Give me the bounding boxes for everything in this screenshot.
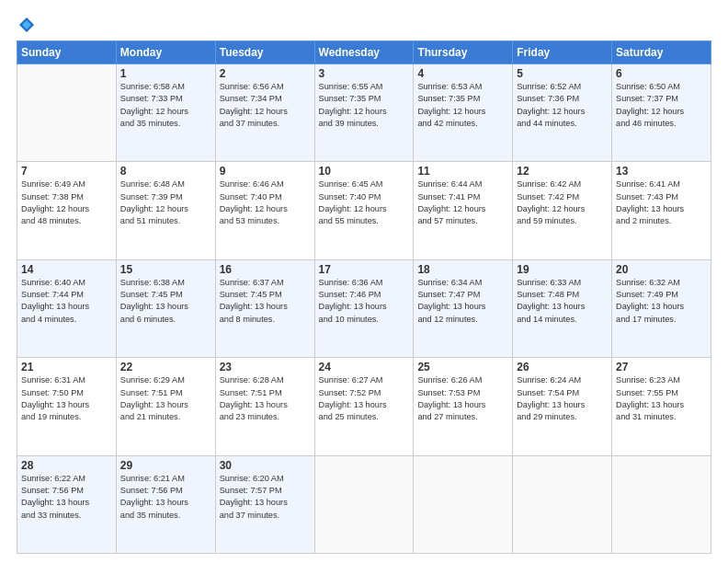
day-number: 18 xyxy=(417,263,508,276)
calendar-cell: 12Sunrise: 6:42 AMSunset: 7:42 PMDayligh… xyxy=(513,162,612,259)
day-number: 8 xyxy=(120,165,211,178)
calendar-cell: 2Sunrise: 6:56 AMSunset: 7:34 PMDaylight… xyxy=(215,64,314,162)
calendar-cell: 28Sunrise: 6:22 AMSunset: 7:56 PMDayligh… xyxy=(17,455,117,553)
calendar-cell: 8Sunrise: 6:48 AMSunset: 7:39 PMDaylight… xyxy=(116,162,215,259)
calendar-cell: 15Sunrise: 6:38 AMSunset: 7:45 PMDayligh… xyxy=(116,259,215,357)
calendar-cell: 20Sunrise: 6:32 AMSunset: 7:49 PMDayligh… xyxy=(612,259,711,357)
calendar-week-row: 1Sunrise: 6:58 AMSunset: 7:33 PMDaylight… xyxy=(17,64,711,162)
day-info: Sunrise: 6:32 AMSunset: 7:49 PMDaylight:… xyxy=(616,277,707,326)
calendar-cell: 11Sunrise: 6:44 AMSunset: 7:41 PMDayligh… xyxy=(414,162,513,259)
logo xyxy=(17,17,37,33)
day-number: 25 xyxy=(417,361,508,373)
day-number: 7 xyxy=(21,165,112,178)
day-info: Sunrise: 6:27 AMSunset: 7:52 PMDaylight:… xyxy=(319,374,410,423)
day-number: 23 xyxy=(220,361,311,373)
day-info: Sunrise: 6:55 AMSunset: 7:35 PMDaylight:… xyxy=(319,81,410,130)
calendar-cell: 21Sunrise: 6:31 AMSunset: 7:50 PMDayligh… xyxy=(17,358,117,455)
day-info: Sunrise: 6:33 AMSunset: 7:48 PMDaylight:… xyxy=(517,277,608,326)
calendar-week-row: 28Sunrise: 6:22 AMSunset: 7:56 PMDayligh… xyxy=(17,455,711,553)
calendar-cell: 1Sunrise: 6:58 AMSunset: 7:33 PMDaylight… xyxy=(116,64,215,162)
calendar-cell: 29Sunrise: 6:21 AMSunset: 7:56 PMDayligh… xyxy=(116,455,215,553)
day-info: Sunrise: 6:21 AMSunset: 7:56 PMDaylight:… xyxy=(120,473,211,522)
day-number: 2 xyxy=(220,67,311,80)
calendar-cell: 16Sunrise: 6:37 AMSunset: 7:45 PMDayligh… xyxy=(215,259,314,357)
day-info: Sunrise: 6:36 AMSunset: 7:46 PMDaylight:… xyxy=(319,277,410,326)
calendar-cell xyxy=(414,455,513,553)
day-number: 5 xyxy=(517,67,608,80)
day-info: Sunrise: 6:45 AMSunset: 7:40 PMDaylight:… xyxy=(319,178,410,227)
calendar-cell: 24Sunrise: 6:27 AMSunset: 7:52 PMDayligh… xyxy=(314,358,414,455)
day-number: 28 xyxy=(21,459,112,472)
calendar-cell: 17Sunrise: 6:36 AMSunset: 7:46 PMDayligh… xyxy=(314,259,414,357)
day-info: Sunrise: 6:50 AMSunset: 7:37 PMDaylight:… xyxy=(616,81,707,130)
day-number: 21 xyxy=(21,361,112,373)
header xyxy=(17,17,711,33)
day-info: Sunrise: 6:44 AMSunset: 7:41 PMDaylight:… xyxy=(417,178,508,227)
day-number: 14 xyxy=(21,263,112,276)
day-info: Sunrise: 6:48 AMSunset: 7:39 PMDaylight:… xyxy=(120,178,211,227)
calendar-cell: 18Sunrise: 6:34 AMSunset: 7:47 PMDayligh… xyxy=(414,259,513,357)
calendar-cell: 27Sunrise: 6:23 AMSunset: 7:55 PMDayligh… xyxy=(612,358,711,455)
day-number: 16 xyxy=(220,263,311,276)
day-info: Sunrise: 6:34 AMSunset: 7:47 PMDaylight:… xyxy=(417,277,508,326)
day-number: 17 xyxy=(319,263,410,276)
calendar-cell: 22Sunrise: 6:29 AMSunset: 7:51 PMDayligh… xyxy=(116,358,215,455)
day-number: 19 xyxy=(517,263,608,276)
calendar-cell: 6Sunrise: 6:50 AMSunset: 7:37 PMDaylight… xyxy=(612,64,711,162)
day-number: 15 xyxy=(120,263,211,276)
calendar-cell: 9Sunrise: 6:46 AMSunset: 7:40 PMDaylight… xyxy=(215,162,314,259)
calendar-cell: 7Sunrise: 6:49 AMSunset: 7:38 PMDaylight… xyxy=(17,162,117,259)
day-number: 26 xyxy=(517,361,608,373)
calendar-cell xyxy=(513,455,612,553)
calendar-table: SundayMondayTuesdayWednesdayThursdayFrid… xyxy=(17,40,711,554)
day-number: 30 xyxy=(220,459,311,472)
logo-icon xyxy=(18,17,35,33)
day-number: 20 xyxy=(616,263,707,276)
day-info: Sunrise: 6:31 AMSunset: 7:50 PMDaylight:… xyxy=(21,374,112,423)
calendar-body: 1Sunrise: 6:58 AMSunset: 7:33 PMDaylight… xyxy=(17,64,711,554)
day-number: 29 xyxy=(120,459,211,472)
day-number: 3 xyxy=(319,67,410,80)
day-number: 24 xyxy=(319,361,410,373)
day-info: Sunrise: 6:53 AMSunset: 7:35 PMDaylight:… xyxy=(417,81,508,130)
calendar-week-row: 7Sunrise: 6:49 AMSunset: 7:38 PMDaylight… xyxy=(17,162,711,259)
calendar-cell: 26Sunrise: 6:24 AMSunset: 7:54 PMDayligh… xyxy=(513,358,612,455)
day-number: 27 xyxy=(616,361,707,373)
calendar-cell xyxy=(314,455,414,553)
calendar-cell: 23Sunrise: 6:28 AMSunset: 7:51 PMDayligh… xyxy=(215,358,314,455)
page: SundayMondayTuesdayWednesdayThursdayFrid… xyxy=(0,0,728,563)
calendar-cell: 14Sunrise: 6:40 AMSunset: 7:44 PMDayligh… xyxy=(17,259,117,357)
day-info: Sunrise: 6:37 AMSunset: 7:45 PMDaylight:… xyxy=(220,277,311,326)
day-info: Sunrise: 6:24 AMSunset: 7:54 PMDaylight:… xyxy=(517,374,608,423)
dow-header-thursday: Thursday xyxy=(414,41,513,64)
dow-header-saturday: Saturday xyxy=(612,41,711,64)
dow-header-sunday: Sunday xyxy=(17,41,117,64)
calendar-cell: 4Sunrise: 6:53 AMSunset: 7:35 PMDaylight… xyxy=(414,64,513,162)
calendar-week-row: 21Sunrise: 6:31 AMSunset: 7:50 PMDayligh… xyxy=(17,358,711,455)
dow-header-friday: Friday xyxy=(513,41,612,64)
day-info: Sunrise: 6:58 AMSunset: 7:33 PMDaylight:… xyxy=(120,81,211,130)
day-info: Sunrise: 6:52 AMSunset: 7:36 PMDaylight:… xyxy=(517,81,608,130)
day-info: Sunrise: 6:42 AMSunset: 7:42 PMDaylight:… xyxy=(517,178,608,227)
dow-header-tuesday: Tuesday xyxy=(215,41,314,64)
day-info: Sunrise: 6:20 AMSunset: 7:57 PMDaylight:… xyxy=(220,473,311,522)
day-info: Sunrise: 6:28 AMSunset: 7:51 PMDaylight:… xyxy=(220,374,311,423)
dow-header-wednesday: Wednesday xyxy=(314,41,414,64)
day-of-week-row: SundayMondayTuesdayWednesdayThursdayFrid… xyxy=(17,41,711,64)
day-number: 1 xyxy=(120,67,211,80)
calendar-cell xyxy=(612,455,711,553)
day-info: Sunrise: 6:23 AMSunset: 7:55 PMDaylight:… xyxy=(616,374,707,423)
day-info: Sunrise: 6:41 AMSunset: 7:43 PMDaylight:… xyxy=(616,178,707,227)
calendar-cell: 13Sunrise: 6:41 AMSunset: 7:43 PMDayligh… xyxy=(612,162,711,259)
day-info: Sunrise: 6:49 AMSunset: 7:38 PMDaylight:… xyxy=(21,178,112,227)
calendar-cell xyxy=(17,64,117,162)
day-info: Sunrise: 6:29 AMSunset: 7:51 PMDaylight:… xyxy=(120,374,211,423)
calendar-cell: 3Sunrise: 6:55 AMSunset: 7:35 PMDaylight… xyxy=(314,64,414,162)
calendar-cell: 19Sunrise: 6:33 AMSunset: 7:48 PMDayligh… xyxy=(513,259,612,357)
calendar-cell: 10Sunrise: 6:45 AMSunset: 7:40 PMDayligh… xyxy=(314,162,414,259)
calendar-cell: 5Sunrise: 6:52 AMSunset: 7:36 PMDaylight… xyxy=(513,64,612,162)
dow-header-monday: Monday xyxy=(116,41,215,64)
day-number: 6 xyxy=(616,67,707,80)
day-number: 12 xyxy=(517,165,608,178)
day-number: 4 xyxy=(417,67,508,80)
